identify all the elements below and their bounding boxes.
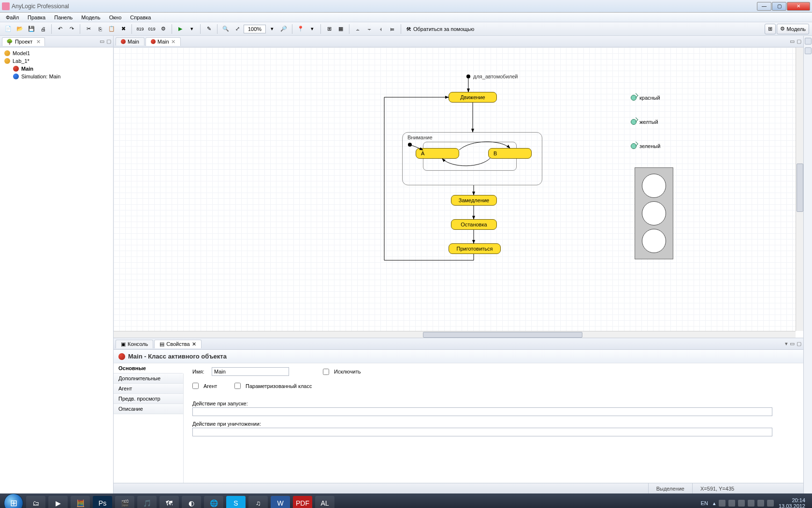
zoom-reset-button[interactable]: ⤢ bbox=[232, 24, 243, 34]
project-tree[interactable]: Model1 Lab_1* Main Simulation: Main bbox=[0, 47, 113, 82]
composite-entry-point[interactable] bbox=[408, 143, 412, 147]
state-a[interactable]: A bbox=[416, 148, 459, 159]
taskbar-explorer[interactable]: 🗂 bbox=[26, 496, 45, 508]
clock[interactable]: 20:14 13.03.2012 bbox=[779, 497, 805, 508]
pin-dropdown[interactable]: ▾ bbox=[307, 24, 318, 34]
category-main[interactable]: Основные bbox=[114, 363, 184, 374]
grid-button[interactable]: ⊞ bbox=[324, 24, 334, 34]
paste-button[interactable]: 📋 bbox=[106, 24, 117, 34]
print-button[interactable]: 🖨 bbox=[38, 24, 48, 34]
state-b[interactable]: B bbox=[488, 148, 532, 159]
taskbar-photoshop[interactable]: Ps bbox=[93, 496, 112, 508]
align-button-2[interactable]: ⫟ bbox=[364, 24, 375, 34]
snap-button[interactable]: ▦ bbox=[335, 24, 346, 34]
tray-volume-icon[interactable] bbox=[719, 500, 725, 507]
language-indicator[interactable]: EN bbox=[701, 500, 708, 506]
tray-antivirus-icon[interactable] bbox=[748, 500, 754, 507]
event-green[interactable]: зеленый bbox=[631, 143, 660, 149]
menu-window[interactable]: Окно bbox=[105, 14, 126, 21]
align-button-1[interactable]: ⫠ bbox=[352, 24, 363, 34]
category-description[interactable]: Описание bbox=[114, 404, 183, 414]
tool-button-2[interactable]: 019 bbox=[146, 24, 157, 34]
open-button[interactable]: 📂 bbox=[14, 24, 25, 34]
scrollbar-thumb[interactable] bbox=[797, 164, 803, 212]
run-button[interactable]: ▶ bbox=[175, 24, 186, 34]
tool-button-1[interactable]: 819 bbox=[135, 24, 145, 34]
tab-console[interactable]: ▣ Консоль bbox=[116, 340, 153, 348]
maximize-view-button[interactable]: ▢ bbox=[106, 38, 111, 45]
minimize-view-button[interactable]: ▭ bbox=[790, 341, 795, 347]
statechart-entry-point[interactable] bbox=[466, 75, 470, 78]
menu-edit[interactable]: Правка bbox=[24, 14, 49, 21]
tray-show-hidden-icon[interactable]: ▴ bbox=[713, 500, 716, 507]
menu-panel[interactable]: Панель bbox=[50, 14, 76, 21]
zoom-input[interactable] bbox=[244, 25, 266, 33]
event-yellow[interactable]: желтый bbox=[631, 119, 658, 125]
zoom-out-button[interactable]: 🔍 bbox=[220, 24, 231, 34]
minimize-view-button[interactable]: ▭ bbox=[790, 38, 795, 45]
param-class-checkbox[interactable] bbox=[234, 383, 241, 389]
start-button[interactable]: ⊞ bbox=[4, 493, 23, 508]
project-tab[interactable]: 🌳 Проект ✕ bbox=[2, 37, 45, 46]
align-button-4[interactable]: ⫢ bbox=[387, 24, 398, 34]
view-menu-button[interactable]: ▾ bbox=[785, 341, 788, 347]
on-destroy-input[interactable] bbox=[192, 428, 772, 436]
taskbar-pdf[interactable]: PDF bbox=[293, 496, 312, 508]
close-button[interactable]: ✕ bbox=[787, 2, 810, 11]
category-additional[interactable]: Дополнительные bbox=[114, 374, 183, 384]
menu-file[interactable]: Файл bbox=[2, 14, 23, 21]
menu-model[interactable]: Модель bbox=[77, 14, 104, 21]
tab-properties[interactable]: ▤ Свойства ✕ bbox=[154, 340, 201, 348]
agent-checkbox[interactable] bbox=[192, 383, 199, 389]
taskbar-skype[interactable]: S bbox=[226, 496, 246, 508]
name-field[interactable] bbox=[212, 367, 289, 376]
delete-button[interactable]: ✖ bbox=[118, 24, 129, 34]
tray-action-center-icon[interactable] bbox=[738, 500, 745, 507]
tree-item-model1[interactable]: Model1 bbox=[4, 49, 109, 57]
category-preview[interactable]: Предв. просмотр bbox=[114, 394, 183, 404]
edit-tool-button[interactable]: ✎ bbox=[203, 24, 214, 34]
copy-button[interactable]: ⎘ bbox=[95, 24, 105, 34]
maximize-view-button[interactable]: ▢ bbox=[797, 341, 801, 347]
zoom-in-button[interactable]: 🔎 bbox=[278, 24, 289, 34]
save-button[interactable]: 💾 bbox=[26, 24, 37, 34]
taskbar-calc[interactable]: 🧮 bbox=[71, 496, 90, 508]
perspective-switch-button[interactable]: ⊞ bbox=[765, 24, 776, 34]
maximize-button[interactable]: ▢ bbox=[772, 2, 786, 11]
state-movement[interactable]: Движение bbox=[449, 92, 497, 103]
scrollbar-thumb[interactable] bbox=[423, 332, 582, 338]
taskbar-itunes[interactable]: 🎵 bbox=[137, 496, 157, 508]
maximize-view-button[interactable]: ▢ bbox=[797, 38, 801, 45]
taskbar-maps[interactable]: 🗺 bbox=[160, 496, 179, 508]
cut-button[interactable]: ✂ bbox=[83, 24, 94, 34]
palette-button-2[interactable] bbox=[805, 47, 812, 54]
taskbar-chrome[interactable]: 🌐 bbox=[204, 496, 223, 508]
vertical-scrollbar[interactable] bbox=[796, 47, 803, 331]
run-dropdown[interactable]: ▾ bbox=[187, 24, 197, 34]
tree-item-main[interactable]: Main bbox=[4, 65, 109, 73]
tray-network-icon[interactable] bbox=[728, 500, 735, 507]
palette-button-1[interactable] bbox=[805, 38, 812, 45]
horizontal-scrollbar[interactable] bbox=[114, 331, 796, 338]
taskbar-anylogic[interactable]: AL bbox=[315, 496, 334, 508]
state-prepare[interactable]: Приготовиться bbox=[449, 243, 501, 254]
undo-button[interactable]: ↶ bbox=[55, 24, 65, 34]
pin-button[interactable]: 📍 bbox=[295, 24, 306, 34]
menu-help[interactable]: Справка bbox=[126, 14, 155, 21]
tray-app-icon-2[interactable] bbox=[767, 500, 774, 507]
exclude-checkbox[interactable] bbox=[323, 369, 329, 375]
close-icon[interactable]: ✕ bbox=[171, 39, 175, 45]
tool-button-3[interactable]: ⚙ bbox=[158, 24, 169, 34]
tray-app-icon[interactable] bbox=[757, 500, 764, 507]
taskbar-eclipse[interactable]: ◐ bbox=[182, 496, 201, 508]
new-button[interactable]: 📄 bbox=[3, 24, 14, 34]
editor-tab-main-1[interactable]: Main bbox=[116, 37, 145, 45]
editor-tab-main-2[interactable]: Main ✕ bbox=[145, 37, 181, 46]
state-stop[interactable]: Остановка bbox=[451, 219, 497, 230]
tree-item-simulation[interactable]: Simulation: Main bbox=[4, 73, 109, 80]
taskbar-mpc[interactable]: 🎬 bbox=[115, 496, 134, 508]
zoom-dropdown[interactable]: ▾ bbox=[267, 24, 277, 34]
minimize-button[interactable]: — bbox=[757, 2, 771, 11]
state-slowdown[interactable]: Замедление bbox=[451, 195, 497, 206]
redo-button[interactable]: ↷ bbox=[66, 24, 77, 34]
